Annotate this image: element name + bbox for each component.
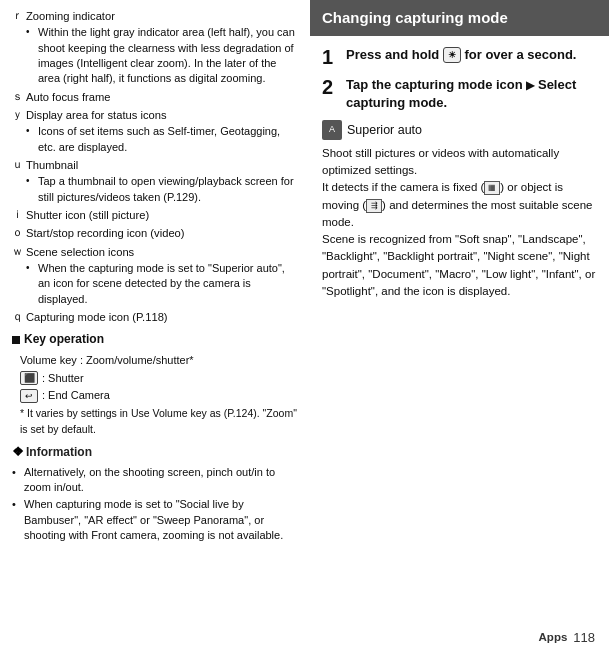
step1-text-label: Press and hold — [346, 47, 439, 62]
footer-page-num: 118 — [573, 630, 595, 645]
auto-focus-title: Auto focus frame — [26, 91, 111, 103]
info-bullet-text-1: Alternatively, on the shooting screen, p… — [24, 465, 300, 496]
left-column: ｒ Zooming indicator • Within the light g… — [0, 0, 310, 648]
superior-auto-row: A Superior auto — [322, 120, 597, 140]
bullet-dot-2: • — [12, 497, 24, 543]
item-scene-selection: ｗ Scene selection icons • When the captu… — [12, 244, 300, 307]
camera-button-icon: ☀ — [443, 47, 461, 63]
capturing-mode-icon-title: Capturing mode icon (P.118) — [26, 311, 168, 323]
step-2-num: 2 — [322, 76, 340, 98]
shutter-icon-title: Shutter icon (still picture) — [26, 209, 149, 221]
recording-icon-title: Start/stop recording icon (video) — [26, 227, 185, 239]
superior-auto-icon: A — [322, 120, 342, 140]
description-text: Shoot still pictures or videos with auto… — [322, 145, 597, 300]
item-text-r: Zooming indicator • Within the light gra… — [26, 8, 300, 87]
diamond-icon: ❖ — [12, 443, 24, 462]
item-text-i: Shutter icon (still picture) — [26, 207, 300, 223]
item-label-y: ｙ — [12, 107, 26, 155]
item-recording-icon: ｏ Start/stop recording icon (video) — [12, 225, 300, 241]
item-text-s: Auto focus frame — [26, 89, 300, 105]
item-label-s: ｓ — [12, 89, 26, 105]
item-auto-focus: ｓ Auto focus frame — [12, 89, 300, 105]
scene-selection-sub: • When the capturing mode is set to "Sup… — [26, 261, 300, 307]
item-shutter-icon: ｉ Shutter icon (still picture) — [12, 207, 300, 223]
end-key-line: ↩ : End Camera — [20, 388, 300, 404]
step-2-row: 2 Tap the capturing mode icon ▶ Select c… — [322, 76, 597, 112]
footer: Apps 118 — [0, 626, 609, 648]
rect-icon — [12, 336, 20, 344]
key-note: * It varies by settings in Use Volume ke… — [20, 406, 300, 436]
item-text-w: Scene selection icons • When the capturi… — [26, 244, 300, 307]
superior-auto-label: Superior auto — [347, 121, 422, 139]
display-area-sub: • Icons of set items such as Self-timer,… — [26, 124, 300, 155]
info-bullet-1: • Alternatively, on the shooting screen,… — [12, 465, 300, 496]
thumbnail-sub: • Tap a thumbnail to open viewing/playba… — [26, 174, 300, 205]
display-area-title: Display area for status icons — [26, 109, 167, 121]
key-operation-title: Key operation — [12, 331, 300, 348]
fixed-icon: ▦ — [484, 181, 500, 195]
desc-end: ) and determines the most suitable scene… — [322, 199, 595, 297]
key-operation-block: Volume key : Zoom/volume/shutter* ⬛ : Sh… — [20, 353, 300, 437]
display-area-desc: Icons of set items such as Self-timer, G… — [38, 124, 300, 155]
moving-icon: ⇶ — [366, 199, 382, 213]
bullet-dot-1: • — [12, 465, 24, 496]
scene-selection-title: Scene selection icons — [26, 246, 134, 258]
shutter-key-label: : Shutter — [42, 371, 84, 387]
step1-suffix: for over a second. — [464, 47, 576, 62]
item-label-i: ｉ — [12, 207, 26, 223]
thumbnail-desc: Tap a thumbnail to open viewing/playback… — [38, 174, 300, 205]
right-header-title: Changing capturing mode — [322, 9, 508, 26]
footer-apps-label: Apps — [539, 631, 568, 643]
information-title: ❖ Information — [12, 443, 300, 462]
end-key-icon: ↩ — [20, 389, 38, 403]
item-label-w: ｗ — [12, 244, 26, 307]
shutter-key-line: ⬛ : Shutter — [20, 371, 300, 387]
scene-selection-desc: When the capturing mode is set to "Super… — [38, 261, 300, 307]
step-1-num: 1 — [322, 46, 340, 68]
item-label-o: ｏ — [12, 225, 26, 241]
right-content: 1 Press and hold ☀ for over a second. 2 … — [310, 36, 609, 649]
thumbnail-title: Thumbnail — [26, 159, 78, 171]
end-key-label: : End Camera — [42, 388, 110, 404]
zooming-indicator-desc: Within the light gray indicator area (le… — [38, 25, 300, 87]
item-text-y: Display area for status icons • Icons of… — [26, 107, 300, 155]
zooming-indicator-title: Zooming indicator — [26, 10, 115, 22]
item-text-o: Start/stop recording icon (video) — [26, 225, 300, 241]
zooming-indicator-sub: • Within the light gray indicator area (… — [26, 25, 300, 87]
item-display-area: ｙ Display area for status icons • Icons … — [12, 107, 300, 155]
info-bullet-2: • When capturing mode is set to "Social … — [12, 497, 300, 543]
item-capturing-mode-icon: ｑ Capturing mode icon (P.118) — [12, 309, 300, 325]
shutter-key-icon: ⬛ — [20, 371, 38, 385]
information-section: ❖ Information • Alternatively, on the sh… — [12, 443, 300, 544]
step-2-text: Tap the capturing mode icon ▶ Select cap… — [346, 76, 597, 112]
item-zooming-indicator: ｒ Zooming indicator • Within the light g… — [12, 8, 300, 87]
volume-key-line: Volume key : Zoom/volume/shutter* — [20, 353, 300, 369]
item-label-r: ｒ — [12, 8, 26, 87]
volume-key-text: Volume key : Zoom/volume/shutter* — [20, 353, 194, 369]
step2-text-label: Tap the capturing mode icon — [346, 77, 523, 92]
right-column: Changing capturing mode 1 Press and hold… — [310, 0, 609, 648]
item-thumbnail: ｕ Thumbnail • Tap a thumbnail to open vi… — [12, 157, 300, 205]
step-1-row: 1 Press and hold ☀ for over a second. — [322, 46, 597, 68]
item-text-u: Thumbnail • Tap a thumbnail to open view… — [26, 157, 300, 205]
step-1-text: Press and hold ☀ for over a second. — [346, 46, 576, 64]
arrow-icon: ▶ — [526, 79, 534, 91]
right-header: Changing capturing mode — [310, 0, 609, 36]
info-bullet-text-2: When capturing mode is set to "Social li… — [24, 497, 300, 543]
item-label-u: ｕ — [12, 157, 26, 205]
item-label-q: ｑ — [12, 309, 26, 325]
item-text-q: Capturing mode icon (P.118) — [26, 309, 300, 325]
